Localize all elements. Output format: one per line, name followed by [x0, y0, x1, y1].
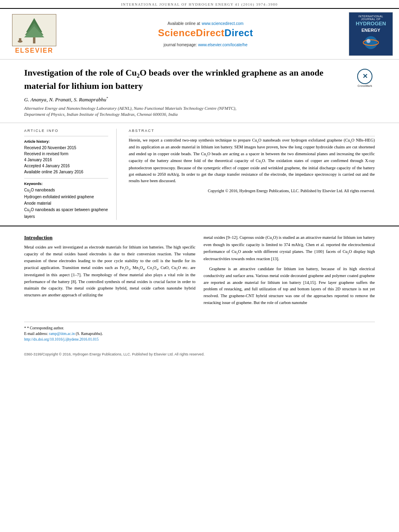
- history-label: Article history:: [24, 140, 108, 144]
- revised-date: 4 January 2016: [24, 157, 108, 163]
- right-column: metal oxides [9–12]. Cuprous oxide (Cu2O…: [204, 234, 375, 309]
- sciencedirect-section: Available online at www.sciencedirect.co…: [68, 12, 343, 56]
- article-title-block: Investigation of the role of Cu2O beads …: [24, 67, 375, 92]
- article-info-label: Article Info: [24, 129, 108, 133]
- authors: G. Ananya, N. Pranati, S. Ramaprabhu*: [24, 96, 375, 103]
- journal-header: ELSEVIER Available online at www.science…: [0, 8, 399, 60]
- journal-badge-section: INTERNATIONAL JOURNAL OF HYDROGEN ENERGY: [347, 12, 395, 56]
- article-info-panel: Article Info Article history: Received 2…: [24, 129, 117, 220]
- keyword-4: Cu2O nanobeads as spacer between graphen…: [24, 207, 108, 220]
- keywords-list: Cu2O nanobeads Hydrogen exfoliated wrink…: [24, 187, 108, 220]
- intro-paragraph-right: metal oxides [9–12]. Cuprous oxide (Cu2O…: [204, 234, 375, 306]
- accepted-date: Accepted 4 January 2016: [24, 163, 108, 169]
- received-date: Received 20 November 2015: [24, 145, 108, 151]
- crossmark-icon: ✕: [357, 69, 372, 84]
- available-date: Available online 26 January 2016: [24, 169, 108, 175]
- revised-label: Received in revised form: [24, 151, 108, 157]
- page-footer: 0360-3199/Copyright © 2016, Hydrogen Ene…: [0, 351, 399, 359]
- svg-point-10: [366, 39, 370, 43]
- abstract-panel: Abstract Herein, we report a controlled …: [125, 129, 375, 220]
- abstract-text: Herein, we report a controlled two-step …: [129, 137, 375, 185]
- email-footnote: E-mail address: ramp@iitm.ac.in (S. Rama…: [24, 331, 375, 337]
- affiliation: Alternative Energy and Nanotechnology La…: [24, 105, 375, 118]
- sciencedirect-logo: ScienceDirectDirect: [158, 27, 253, 39]
- svg-point-8: [364, 36, 377, 49]
- keyword-1: Cu2O nanobeads: [24, 187, 108, 194]
- introduction-heading: Introduction: [24, 234, 195, 241]
- top-bar: International Journal of Hydrogen Energy…: [0, 0, 399, 8]
- left-column: Introduction Metal oxides are well inves…: [24, 234, 195, 309]
- footnote-section: * * Corresponding author. E-mail address…: [24, 322, 375, 343]
- two-column-layout: Introduction Metal oxides are well inves…: [24, 234, 375, 309]
- crossmark-badge: ✕ CrossMark: [355, 69, 375, 88]
- keywords-label: Keywords:: [24, 182, 108, 186]
- corresponding-author-note: * * Corresponding author.: [24, 325, 375, 331]
- title-section: Investigation of the role of Cu2O beads …: [0, 60, 399, 123]
- article-title: Investigation of the role of Cu2O beads …: [24, 67, 355, 92]
- planet-icon: [363, 35, 379, 51]
- main-content: Introduction Metal oxides are well inves…: [0, 226, 399, 350]
- journal-badge: INTERNATIONAL JOURNAL OF HYDROGEN ENERGY: [349, 12, 393, 56]
- elsevier-tree-icon: [12, 14, 56, 46]
- article-info-abstract-section: Article Info Article history: Received 2…: [0, 123, 399, 227]
- elsevier-logo-section: ELSEVIER: [4, 12, 64, 56]
- keyword-2: Hydrogen exfoliated wrinkled graphene: [24, 194, 108, 200]
- abstract-label: Abstract: [129, 129, 375, 133]
- elsevier-text-logo: ELSEVIER: [15, 47, 53, 54]
- copyright-text: Copyright © 2016, Hydrogen Energy Public…: [129, 188, 375, 194]
- doi-footnote: http://dx.doi.org/10.1016/j.ijhydene.201…: [24, 337, 375, 342]
- intro-paragraph-left: Metal oxides are well investigated as el…: [24, 244, 195, 299]
- journal-homepage: journal homepage: www.elsevier.com/locat…: [164, 43, 247, 47]
- svg-rect-6: [19, 38, 21, 42]
- keyword-3: Anode material: [24, 200, 108, 207]
